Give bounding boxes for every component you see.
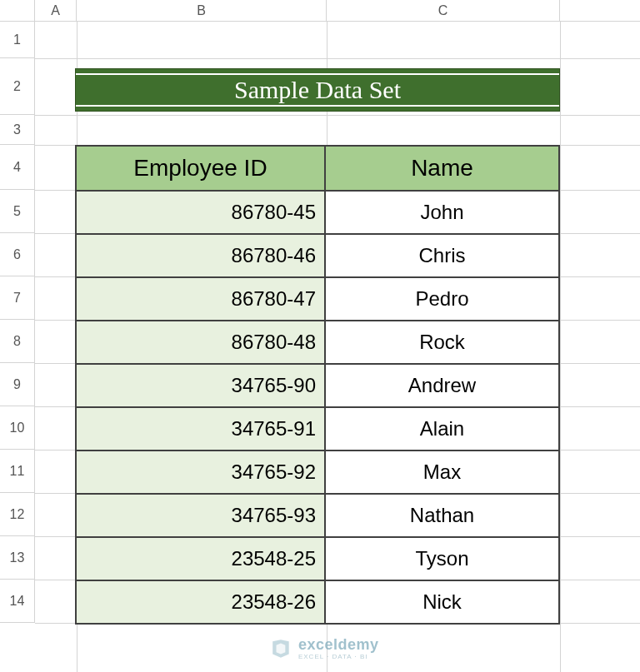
watermark: exceldemy EXCEL · DATA · BI — [270, 637, 379, 660]
table-row: 86780-48 Rock — [76, 321, 559, 364]
watermark-tagline: EXCEL · DATA · BI — [298, 654, 379, 660]
table-header-row: Employee ID Name — [76, 146, 559, 191]
cell-name[interactable]: Tyson — [325, 537, 559, 580]
cell-name[interactable]: Andrew — [325, 364, 559, 407]
cell-name[interactable]: Rock — [325, 321, 559, 364]
row-header-2[interactable]: 2 — [0, 58, 35, 115]
cell-employee-id[interactable]: 34765-91 — [76, 407, 325, 450]
table-row: 23548-25 Tyson — [76, 537, 559, 580]
cell-name[interactable]: Nathan — [325, 494, 559, 537]
header-employee-id[interactable]: Employee ID — [76, 146, 325, 191]
cell-employee-id[interactable]: 86780-45 — [76, 191, 325, 234]
row-header-1[interactable]: 1 — [0, 22, 35, 58]
cell-employee-id[interactable]: 34765-90 — [76, 364, 325, 407]
header-name[interactable]: Name — [325, 146, 559, 191]
column-headers: A B C — [0, 0, 640, 22]
cell-employee-id[interactable]: 34765-93 — [76, 494, 325, 537]
watermark-brand: exceldemy — [298, 637, 379, 652]
column-header-A[interactable]: A — [35, 0, 77, 21]
logo-icon — [270, 638, 292, 660]
column-header-B[interactable]: B — [77, 0, 327, 21]
column-header-C[interactable]: C — [327, 0, 560, 21]
sheet-title: Sample Data Set — [76, 73, 559, 107]
table-row: 86780-45 John — [76, 191, 559, 234]
row-header-13[interactable]: 13 — [0, 536, 35, 580]
cell-employee-id[interactable]: 86780-46 — [76, 234, 325, 277]
cell-employee-id[interactable]: 34765-92 — [76, 450, 325, 494]
spreadsheet: A B C 1 2 3 4 5 6 7 8 9 10 11 12 13 14 — [0, 0, 640, 672]
cell-name[interactable]: Pedro — [325, 277, 559, 321]
cell-employee-id[interactable]: 86780-48 — [76, 321, 325, 364]
table-row: 86780-46 Chris — [76, 234, 559, 277]
cell-name[interactable]: Max — [325, 450, 559, 494]
table-row: 23548-26 Nick — [76, 580, 559, 624]
row-header-10[interactable]: 10 — [0, 406, 35, 450]
cell-name[interactable]: Chris — [325, 234, 559, 277]
cell-name[interactable]: Alain — [325, 407, 559, 450]
row-header-7[interactable]: 7 — [0, 276, 35, 320]
row-header-11[interactable]: 11 — [0, 450, 35, 493]
table-row: 34765-92 Max — [76, 450, 559, 494]
row-header-4[interactable]: 4 — [0, 145, 35, 190]
table-row: 86780-47 Pedro — [76, 277, 559, 321]
table-row: 34765-93 Nathan — [76, 494, 559, 537]
cell-grid[interactable]: Sample Data Set Employee ID Name 86780-4… — [35, 22, 640, 672]
row-header-6[interactable]: 6 — [0, 233, 35, 276]
cell-employee-id[interactable]: 86780-47 — [76, 277, 325, 321]
title-merged-cell[interactable]: Sample Data Set — [75, 68, 560, 112]
row-headers: 1 2 3 4 5 6 7 8 9 10 11 12 13 14 — [0, 22, 35, 623]
select-all-cell[interactable] — [0, 0, 35, 21]
row-header-8[interactable]: 8 — [0, 320, 35, 363]
cell-name[interactable]: John — [325, 191, 559, 234]
row-header-5[interactable]: 5 — [0, 190, 35, 233]
cell-employee-id[interactable]: 23548-25 — [76, 537, 325, 580]
table-row: 34765-91 Alain — [76, 407, 559, 450]
cell-employee-id[interactable]: 23548-26 — [76, 580, 325, 624]
row-header-9[interactable]: 9 — [0, 363, 35, 406]
row-header-12[interactable]: 12 — [0, 493, 35, 536]
row-header-14[interactable]: 14 — [0, 580, 35, 623]
row-header-3[interactable]: 3 — [0, 115, 35, 145]
table-row: 34765-90 Andrew — [76, 364, 559, 407]
cell-name[interactable]: Nick — [325, 580, 559, 624]
data-table: Employee ID Name 86780-45 John 86780-46 … — [75, 145, 560, 625]
